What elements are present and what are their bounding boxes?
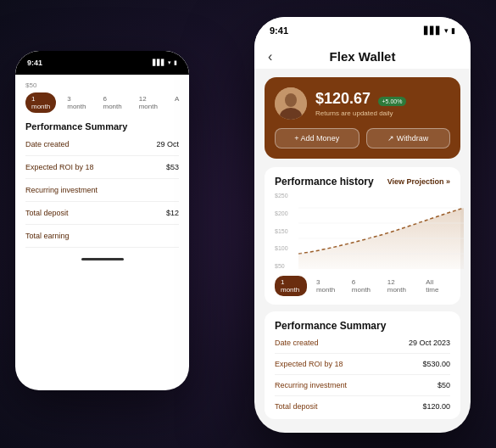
back-row-1: Date created 29 Oct [25, 140, 179, 156]
front-row-recurring: Recurring investment $50 [275, 381, 450, 396]
back-tab-all[interactable]: A [169, 92, 185, 113]
back-row-2: Expected ROI by 18 $53 [25, 163, 179, 179]
back-signal-icon: ▋▋▋ [153, 59, 165, 66]
front-status-icons: ▋▋▋ ▾ ▮ [424, 26, 455, 35]
back-tab-1month[interactable]: 1 month [25, 92, 56, 113]
perf-header: Performance history View Projection » [275, 176, 450, 188]
front-value-deposit: $120.00 [422, 402, 450, 411]
chart-y-labels: $250 $200 $150 $100 $50 [275, 193, 288, 269]
avatar [275, 87, 307, 120]
y-label-200: $200 [275, 210, 288, 216]
front-battery-icon: ▮ [451, 26, 455, 35]
tab-1month[interactable]: 1 month [275, 276, 307, 296]
tab-3month[interactable]: 3 month [310, 276, 343, 296]
front-summary-title: Performance Summary [275, 320, 450, 332]
nav-title: Flex Wallet [330, 49, 396, 64]
front-label-recurring: Recurring investment [275, 381, 347, 389]
tab-alltime[interactable]: All time [420, 276, 450, 296]
phone-front: 9:41 ▋▋▋ ▾ ▮ ‹ Flex Wallet [254, 17, 471, 433]
back-tab-3month[interactable]: 3 month [61, 92, 92, 113]
back-label-date: Date created [25, 140, 70, 148]
back-label-earning: Total earning [25, 232, 70, 240]
wallet-amount-row: $120.67 +5.00% [315, 90, 406, 108]
add-money-button[interactable]: + Add Money [275, 128, 359, 148]
chart-area: $250 $200 $150 $100 $50 [275, 193, 450, 269]
front-label-deposit: Total deposit [275, 402, 318, 411]
y-label-100: $100 [275, 245, 288, 251]
wallet-daily-text: Returns are updated daily [315, 109, 406, 117]
wallet-info: $120.67 +5.00% Returns are updated daily [315, 90, 406, 117]
back-value-roi: $53 [166, 163, 179, 171]
tab-6month[interactable]: 6 month [346, 276, 378, 296]
front-performance-summary: Performance Summary Date created 29 Oct … [265, 311, 460, 419]
front-value-roi: $530.00 [422, 360, 450, 368]
phone-back: 9:41 ▋▋▋ ▾ ▮ $50 1 month 3 month 6 month… [15, 51, 189, 390]
front-row-roi: Expected ROI by 18 $530.00 [275, 360, 450, 375]
view-projection-link[interactable]: View Projection » [387, 177, 450, 186]
wallet-badge: +5.00% [378, 97, 407, 106]
back-label-deposit: Total deposit [25, 209, 69, 217]
tab-12month[interactable]: 12 month [382, 276, 417, 296]
y-label-250: $250 [275, 193, 288, 199]
performance-history-section: Performance history View Projection » $2… [265, 167, 460, 305]
front-row-deposit: Total deposit $120.00 [275, 402, 450, 411]
front-value-date: 29 Oct 2023 [409, 339, 450, 347]
front-value-recurring: $50 [437, 381, 450, 389]
y-label-50: $50 [275, 263, 288, 269]
wallet-card: $120.67 +5.00% Returns are updated daily… [265, 77, 460, 159]
back-content: $50 1 month 3 month 6 month 12 month A P… [15, 75, 189, 267]
back-time: 9:41 [27, 59, 42, 67]
withdraw-button[interactable]: ↗ Withdraw [366, 128, 451, 148]
front-status-bar: 9:41 ▋▋▋ ▾ ▮ [254, 17, 471, 44]
back-nav-arrow[interactable]: ‹ [268, 49, 272, 64]
back-label-recurring: Recurring investment [25, 186, 98, 194]
back-row-5: Total earning [25, 232, 179, 248]
back-bottom-line [81, 258, 124, 260]
front-row-date: Date created 29 Oct 2023 [275, 339, 450, 354]
back-tabs[interactable]: 1 month 3 month 6 month 12 month A [25, 92, 179, 113]
front-label-roi: Expected ROI by 18 [275, 360, 343, 368]
wallet-amount: $120.67 [315, 90, 371, 107]
back-wifi-icon: ▾ [168, 59, 171, 66]
front-label-date: Date created [275, 339, 319, 347]
back-status-bar: 9:41 ▋▋▋ ▾ ▮ [15, 51, 189, 75]
back-summary-title: Performance Summary [25, 121, 179, 132]
phones-container: 9:41 ▋▋▋ ▾ ▮ $50 1 month 3 month 6 month… [0, 0, 496, 448]
wallet-card-top: $120.67 +5.00% Returns are updated daily [275, 87, 450, 120]
back-status-icons: ▋▋▋ ▾ ▮ [153, 59, 177, 66]
back-tab-6month[interactable]: 6 month [97, 92, 127, 113]
chart-svg-container [298, 193, 450, 269]
front-time: 9:41 [270, 25, 288, 36]
back-row-4: Total deposit $12 [25, 209, 179, 225]
back-label-roi: Expected ROI by 18 [25, 163, 94, 171]
back-value-deposit: $12 [166, 209, 179, 217]
wallet-buttons: + Add Money ↗ Withdraw [275, 128, 450, 148]
perf-history-title: Performance history [275, 176, 374, 188]
back-value-date: 29 Oct [156, 140, 179, 148]
front-signal-icon: ▋▋▋ [424, 26, 442, 35]
front-wifi-icon: ▾ [444, 26, 449, 35]
front-nav: ‹ Flex Wallet [254, 44, 471, 69]
back-tab-12month[interactable]: 12 month [133, 92, 164, 113]
y-label-150: $150 [275, 228, 288, 234]
back-row-3: Recurring investment [25, 186, 179, 202]
back-battery-icon: ▮ [174, 59, 177, 66]
chart-time-tabs[interactable]: 1 month 3 month 6 month 12 month All tim… [275, 276, 450, 296]
back-price-label: $50 [25, 81, 179, 89]
svg-point-1 [285, 93, 297, 107]
